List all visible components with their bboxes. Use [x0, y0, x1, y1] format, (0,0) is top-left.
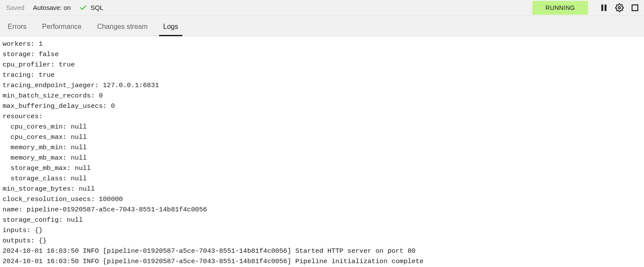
pause-icon	[600, 3, 608, 12]
toolbar-icons	[593, 3, 640, 13]
svg-rect-3	[632, 5, 638, 10]
svg-point-2	[619, 6, 621, 9]
status-badge: RUNNING	[532, 1, 588, 15]
tab-performance[interactable]: Performance	[41, 18, 84, 36]
tabs-bar: Errors Performance Changes stream Logs	[0, 16, 644, 36]
autosave-status: Autosave: on	[33, 4, 71, 11]
stop-icon	[631, 3, 639, 12]
saved-status: Saved	[6, 4, 25, 11]
log-output: workers: 1 storage: false cpu_profiler: …	[0, 36, 644, 267]
gear-icon	[615, 3, 624, 12]
pause-button[interactable]	[599, 3, 609, 13]
top-toolbar: Saved Autosave: on SQL RUNNING	[0, 0, 644, 16]
stop-button[interactable]	[630, 3, 640, 13]
tab-changes-stream[interactable]: Changes stream	[95, 18, 149, 36]
check-icon	[79, 4, 87, 12]
settings-button[interactable]	[615, 3, 624, 13]
svg-rect-0	[601, 4, 603, 11]
tab-errors[interactable]: Errors	[6, 18, 28, 36]
sql-label: SQL	[91, 4, 103, 11]
toolbar-left: Saved Autosave: on SQL	[6, 4, 103, 12]
svg-rect-1	[605, 4, 606, 11]
tab-logs[interactable]: Logs	[162, 18, 180, 36]
sql-indicator: SQL	[79, 4, 103, 12]
